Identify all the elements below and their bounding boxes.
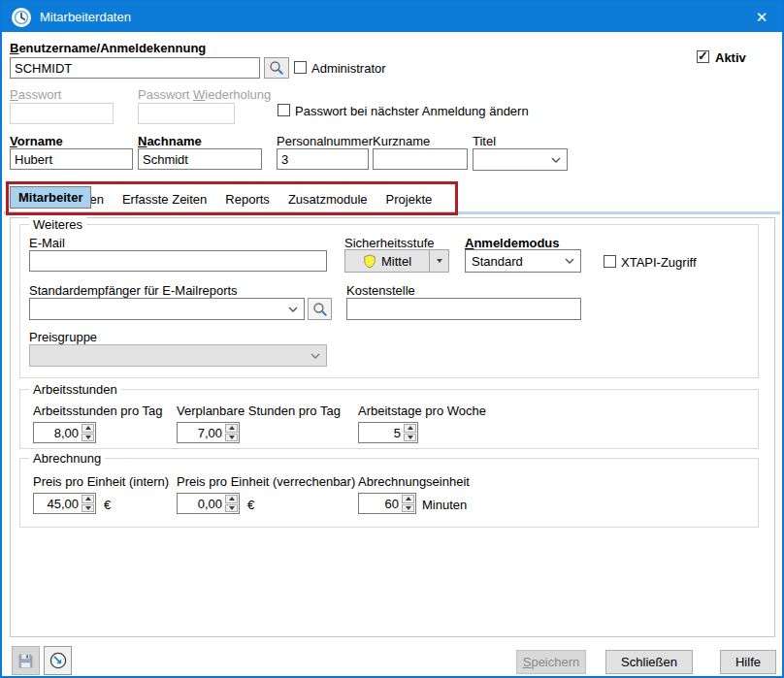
abrechnungseinheit-unit: Minuten <box>422 498 467 512</box>
spin-down-button[interactable] <box>225 434 238 442</box>
xtapi-checkbox[interactable] <box>604 255 616 268</box>
chevron-down-icon <box>288 307 298 312</box>
username-input[interactable] <box>10 57 260 79</box>
tab-projekte[interactable]: Projekte <box>378 186 441 212</box>
close-button[interactable]: ✕ <box>741 2 782 32</box>
schliessen-button[interactable]: Schließen <box>605 650 693 674</box>
spin-up-button[interactable] <box>225 495 238 503</box>
personalnummer-input[interactable] <box>277 148 369 170</box>
tab-zusatzmodule[interactable]: Zusatzmodule <box>280 186 376 212</box>
administrator-label: Administrator <box>311 61 386 76</box>
close-icon: ✕ <box>756 9 768 26</box>
spin-down-button[interactable] <box>82 434 94 442</box>
title-bar: Mitarbeiterdaten ✕ <box>2 2 782 32</box>
window-title: Mitarbeiterdaten <box>40 10 131 24</box>
preis-verrechenbar-unit: € <box>247 498 254 512</box>
abrechnungseinheit-spinner <box>358 493 416 514</box>
abrechnungseinheit-label: Abrechnungseinheit <box>358 474 470 489</box>
kostenstelle-label: Kostenstelle <box>346 283 415 298</box>
email-label: E-Mail <box>29 236 65 250</box>
kurzname-input[interactable] <box>373 148 468 170</box>
verplanbare-stunden-input[interactable] <box>178 423 224 442</box>
floppy-disk-icon <box>17 653 34 669</box>
triangle-down-icon <box>437 259 442 263</box>
clock-app-icon <box>11 7 32 28</box>
arrow-circle-icon <box>49 652 67 669</box>
spin-down-button[interactable] <box>402 504 414 513</box>
arbeitsstunden-pro-tag-spinner <box>33 422 96 443</box>
group-arbeitsstunden-title: Arbeitsstunden <box>29 382 121 397</box>
passwort-label: Passwort <box>10 87 61 102</box>
group-weiteres-title: Weiteres <box>29 217 86 232</box>
empfaenger-combobox[interactable] <box>29 298 305 320</box>
empfaenger-search-button[interactable] <box>308 298 332 320</box>
preis-verrechenbar-label: Preis pro Einheit (verrechenbar) <box>177 474 355 489</box>
titel-select[interactable] <box>473 148 568 171</box>
sicherheitsstufe-splitbutton[interactable]: Mittel <box>344 249 449 273</box>
tab-underline <box>4 211 780 214</box>
speichern-button[interactable]: Speichern <box>516 650 586 674</box>
save-icon-button[interactable] <box>12 646 40 675</box>
empfaenger-label: Standardempfänger für E-Mailreports <box>29 283 238 298</box>
chevron-down-icon <box>310 353 320 359</box>
arbeitstage-input[interactable] <box>359 423 403 442</box>
arbeitstage-pro-woche-label: Arbeitstage pro Woche <box>358 404 486 418</box>
preisgruppe-select[interactable] <box>29 344 327 367</box>
passwort-input[interactable] <box>10 103 114 124</box>
chevron-down-icon <box>551 157 561 163</box>
anmeldemodus-select[interactable]: Standard <box>465 249 581 273</box>
sicherheitsstufe-label: Sicherheitsstufe <box>344 236 435 250</box>
aktiv-checkbox[interactable] <box>697 50 709 63</box>
spin-up-button[interactable] <box>402 495 414 503</box>
hilfe-button[interactable]: Hilfe <box>720 650 776 674</box>
kurzname-label: Kurzname <box>373 134 430 148</box>
spin-up-button[interactable] <box>225 424 238 433</box>
pw-change-label: Passwort bei nächster Anmeldung ändern <box>295 104 529 118</box>
spin-up-button[interactable] <box>82 495 94 503</box>
spin-up-button[interactable] <box>82 424 94 433</box>
tab-erfasste-zeiten[interactable]: Erfasste Zeiten <box>114 186 214 212</box>
passwort-wdh-label: Passwort Wiederholung <box>138 87 271 102</box>
shield-icon <box>363 254 376 269</box>
preis-intern-unit: € <box>104 498 111 512</box>
verplanbare-stunden-label: Verplanbare Stunden pro Tag <box>177 404 341 418</box>
username-search-button[interactable] <box>264 57 289 79</box>
arbeitsstunden-pro-tag-input[interactable] <box>34 423 81 442</box>
nachname-label: Nachname <box>138 134 202 148</box>
kostenstelle-input[interactable] <box>346 298 581 320</box>
anmeldemodus-label: Anmeldemodus <box>465 236 560 250</box>
preis-verrechenbar-spinner <box>177 493 240 514</box>
arbeitstage-spinner <box>358 422 418 443</box>
pw-change-checkbox[interactable] <box>278 104 290 116</box>
titel-label: Titel <box>473 134 496 148</box>
administrator-checkbox[interactable] <box>294 61 307 74</box>
abrechnungseinheit-input[interactable] <box>359 494 401 513</box>
username-label: Benutzername/Anmeldekennung <box>10 41 206 55</box>
aktiv-label: Aktiv <box>715 50 746 65</box>
arbeitsstunden-pro-tag-label: Arbeitsstunden pro Tag <box>33 404 162 418</box>
preis-intern-spinner <box>33 493 96 514</box>
email-input[interactable] <box>29 250 327 272</box>
spin-down-button[interactable] <box>82 504 94 513</box>
search-icon <box>312 302 328 317</box>
vorname-input[interactable] <box>10 148 133 170</box>
tab-bar: Mitarbeiter Rechtegruppen Erfasste Zeite… <box>10 186 442 212</box>
search-icon <box>269 60 284 76</box>
sicherheitsstufe-dropdown-arrow[interactable] <box>429 250 448 272</box>
preis-intern-input[interactable] <box>34 494 81 513</box>
nachname-input[interactable] <box>138 148 262 170</box>
preis-verrechenbar-input[interactable] <box>178 494 224 513</box>
tab-reports[interactable]: Reports <box>217 186 278 212</box>
chevron-down-icon <box>565 258 574 264</box>
vorname-label: Vorname <box>10 134 63 148</box>
group-abrechnung-title: Abrechnung <box>29 451 105 466</box>
preisgruppe-label: Preisgruppe <box>29 330 97 344</box>
xtapi-label: XTAPI-Zugriff <box>621 255 697 270</box>
tab-mitarbeiter[interactable]: Mitarbeiter <box>10 186 91 209</box>
personalnummer-label: Personalnummer <box>277 134 373 148</box>
jump-icon-button[interactable] <box>44 646 72 675</box>
spin-down-button[interactable] <box>404 434 416 442</box>
spin-up-button[interactable] <box>404 424 416 433</box>
spin-down-button[interactable] <box>225 504 238 513</box>
passwort-wdh-input[interactable] <box>138 103 235 124</box>
